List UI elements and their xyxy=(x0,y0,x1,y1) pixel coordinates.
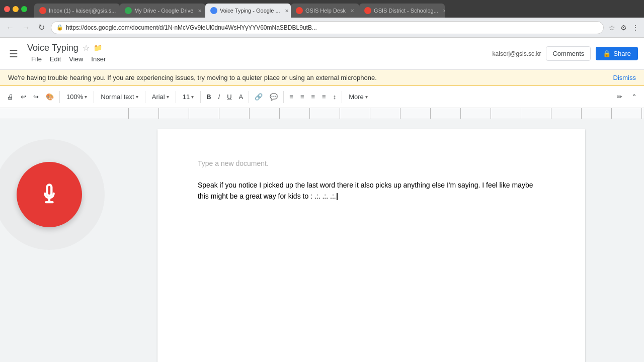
zoom-dropdown-arrow: ▾ xyxy=(85,94,87,100)
text-cursor xyxy=(337,193,338,200)
browser-tab-5[interactable]: GSIS District - Schoolog... ✕ xyxy=(359,4,445,18)
microphone-button[interactable] xyxy=(17,162,82,227)
italic-button[interactable]: I xyxy=(215,91,223,103)
more-button[interactable]: More ▾ xyxy=(345,91,372,103)
share-button[interactable]: 🔒 Share xyxy=(596,47,638,60)
share-label: Share xyxy=(613,50,631,57)
text-style-value: Normal text xyxy=(101,93,134,101)
separator-7 xyxy=(283,91,284,103)
font-size-value: 11 xyxy=(183,93,190,101)
address-text: https://docs.google.com/document/d/1N-nM… xyxy=(66,24,317,31)
tab-4-close[interactable]: ✕ xyxy=(350,8,354,14)
collapse-button[interactable]: ⌃ xyxy=(628,91,640,103)
docs-tab-icon xyxy=(210,7,217,14)
separator-3 xyxy=(145,91,145,103)
app-menu-bar: File Edit View Inser xyxy=(27,53,110,65)
dismiss-button[interactable]: Dismiss xyxy=(613,74,636,81)
bookmark-star-icon[interactable]: ☆ xyxy=(608,23,616,33)
comments-button[interactable]: Comments xyxy=(546,46,591,61)
separator-4 xyxy=(176,91,176,103)
separator-2 xyxy=(94,91,94,103)
notification-message: We're having trouble hearing you. If you… xyxy=(8,74,377,81)
link-button[interactable]: 🔗 xyxy=(252,91,266,103)
close-window-button[interactable] xyxy=(4,6,10,12)
share-lock-icon: 🔒 xyxy=(603,50,611,57)
window-controls xyxy=(4,6,27,12)
menu-file[interactable]: File xyxy=(27,53,46,65)
extensions-icon[interactable]: ⚙ xyxy=(619,23,628,33)
browser-tabs: Inbox (1) - kaiserj@gsis.s... ✕ My Drive… xyxy=(34,0,445,18)
browser-tab-3[interactable]: Voice Typing - Google ... ✕ xyxy=(205,4,291,18)
bold-button[interactable]: B xyxy=(203,91,214,103)
redo-button[interactable]: ↪ xyxy=(30,91,42,103)
browser-chrome: Inbox (1) - kaiserj@gsis.s... ✕ My Drive… xyxy=(0,0,644,18)
tab-2-close[interactable]: ✕ xyxy=(198,8,202,14)
text-style-arrow: ▾ xyxy=(136,94,138,100)
undo-button[interactable]: ↩ xyxy=(18,91,29,103)
font-dropdown-arrow: ▾ xyxy=(167,94,169,100)
reload-button[interactable]: ↻ xyxy=(36,22,47,33)
edit-mode-button[interactable]: ✏ xyxy=(614,91,625,103)
separator-5 xyxy=(200,91,201,103)
browser-tab-4[interactable]: GSIS Help Desk ✕ xyxy=(291,4,359,18)
lock-icon: 🔒 xyxy=(56,24,63,31)
align-justify-button[interactable]: ≡ xyxy=(319,91,329,103)
hamburger-menu-icon[interactable]: ☰ xyxy=(6,45,21,63)
user-email: kaiserj@gsis.sc.kr xyxy=(493,50,541,57)
tab-5-label: GSIS District - Schoolog... xyxy=(374,8,438,14)
main-area: Type a new document. Speak if you notice… xyxy=(0,119,644,362)
toolbar: 🖨 ↩ ↪ 🎨 100% ▾ Normal text ▾ Arial ▾ 11 … xyxy=(0,86,644,108)
zoom-dropdown[interactable]: 100% ▾ xyxy=(62,91,91,103)
ruler-content xyxy=(99,108,644,119)
font-value: Arial xyxy=(152,93,165,101)
doc-placeholder: Type a new document. xyxy=(198,159,545,167)
comment-inline-button[interactable]: 💬 xyxy=(267,91,281,103)
align-left-button[interactable]: ≡ xyxy=(286,91,296,103)
text-style-dropdown[interactable]: Normal text ▾ xyxy=(97,91,142,103)
doc-area[interactable]: Type a new document. Speak if you notice… xyxy=(99,119,644,362)
minimize-window-button[interactable] xyxy=(13,6,19,12)
schoolog-tab-icon xyxy=(364,7,371,14)
menu-view[interactable]: View xyxy=(65,53,87,65)
separator-6 xyxy=(249,91,249,103)
folder-icon[interactable]: 📁 xyxy=(94,44,102,52)
more-arrow: ▾ xyxy=(365,94,368,100)
maximize-window-button[interactable] xyxy=(21,6,27,12)
helpdesk-tab-icon xyxy=(296,7,303,14)
tab-3-close[interactable]: ✕ xyxy=(285,8,289,14)
print-button[interactable]: 🖨 xyxy=(4,91,17,103)
paint-format-button[interactable]: 🎨 xyxy=(43,91,57,103)
nav-icons: ☆ ⚙ ⋮ xyxy=(608,23,640,33)
doc-text[interactable]: Speak if you notice I picked up the last… xyxy=(198,179,545,202)
tab-2-label: My Drive - Google Drive xyxy=(134,8,193,14)
font-dropdown[interactable]: Arial ▾ xyxy=(148,91,173,103)
more-label: More xyxy=(349,93,364,101)
tab-1-label: Inbox (1) - kaiserj@gsis.s... xyxy=(49,8,116,14)
align-right-button[interactable]: ≡ xyxy=(308,91,318,103)
menu-edit[interactable]: Edit xyxy=(46,53,65,65)
align-center-button[interactable]: ≡ xyxy=(297,91,307,103)
voice-panel xyxy=(0,119,99,362)
address-bar[interactable]: 🔒 https://docs.google.com/document/d/1N-… xyxy=(51,21,604,34)
back-button[interactable]: ← xyxy=(4,22,16,33)
star-bookmark-icon[interactable]: ☆ xyxy=(83,43,90,53)
app-title: Voice Typing xyxy=(27,43,78,53)
separator-1 xyxy=(59,91,60,103)
font-size-dropdown[interactable]: 11 ▾ xyxy=(179,91,198,103)
underline-button[interactable]: U xyxy=(224,91,234,103)
ruler xyxy=(0,108,644,119)
tab-4-label: GSIS Help Desk xyxy=(305,8,346,14)
app-header: ☰ Voice Typing ☆ 📁 File Edit View Inser … xyxy=(0,38,644,70)
zoom-value: 100% xyxy=(66,93,83,101)
menu-icon[interactable]: ⋮ xyxy=(631,23,640,33)
menu-insert[interactable]: Inser xyxy=(87,53,110,65)
browser-tab-2[interactable]: My Drive - Google Drive ✕ xyxy=(120,4,205,18)
line-spacing-button[interactable]: ↕ xyxy=(330,91,340,103)
voice-circle-outer xyxy=(0,139,105,250)
forward-button[interactable]: → xyxy=(20,22,32,33)
nav-bar: ← → ↻ 🔒 https://docs.google.com/document… xyxy=(0,18,644,38)
separator-8 xyxy=(342,91,342,103)
browser-tab-1[interactable]: Inbox (1) - kaiserj@gsis.s... ✕ xyxy=(34,4,120,18)
text-color-button[interactable]: A xyxy=(236,91,247,103)
tab-5-close[interactable]: ✕ xyxy=(443,8,445,14)
